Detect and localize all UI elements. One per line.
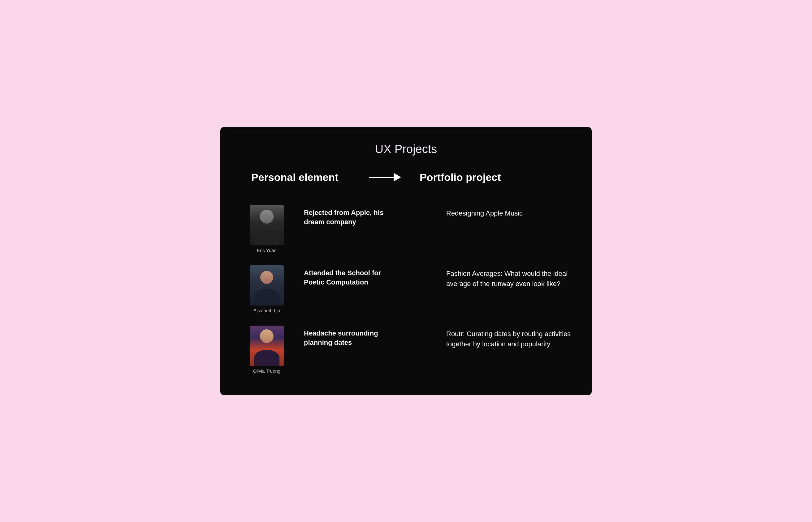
arrow-graphic [369,173,401,182]
arrow-line [369,177,394,178]
portfolio-text-elizabeth: Fashion Averages: What would the ideal a… [446,268,573,289]
personal-element-olivia: Headache surrounding planning dates [304,329,390,348]
personal-element-elizabeth: Attended the School for Poetic Computati… [304,268,390,287]
rows-section: Eric Yuan Rejected from Apple, his dream… [239,199,573,380]
person-left-eric: Eric Yuan [239,205,295,253]
header-personal-label: Personal element [251,171,350,183]
person-left-elizabeth: Elizabeth Lin [239,265,295,313]
person-row-olivia: Olivia Truong Headache surrounding plann… [239,319,573,380]
avatar-elizabeth [250,265,284,305]
avatar-eric [250,205,284,245]
person-name-olivia: Olivia Truong [253,368,281,374]
person-name-eric: Eric Yuan [257,248,277,253]
arrow [369,173,401,182]
arrow-head [394,173,401,182]
slide-title: UX Projects [239,143,573,156]
portfolio-text-eric: Redesigning Apple Music [446,208,573,218]
slide: UX Projects Personal element Portfolio p… [220,127,592,395]
person-left-olivia: Olivia Truong [239,326,295,374]
personal-element-eric: Rejected from Apple, his dream company [304,208,390,227]
person-name-elizabeth: Elizabeth Lin [253,308,280,313]
header-row: Personal element Portfolio project [239,171,573,183]
person-row-eric: Eric Yuan Rejected from Apple, his dream… [239,199,573,259]
avatar-olivia [250,326,284,366]
header-portfolio-label: Portfolio project [420,171,501,183]
portfolio-text-olivia: Routr: Curating dates by routing activit… [446,329,573,349]
person-row-elizabeth: Elizabeth Lin Attended the School for Po… [239,259,573,319]
